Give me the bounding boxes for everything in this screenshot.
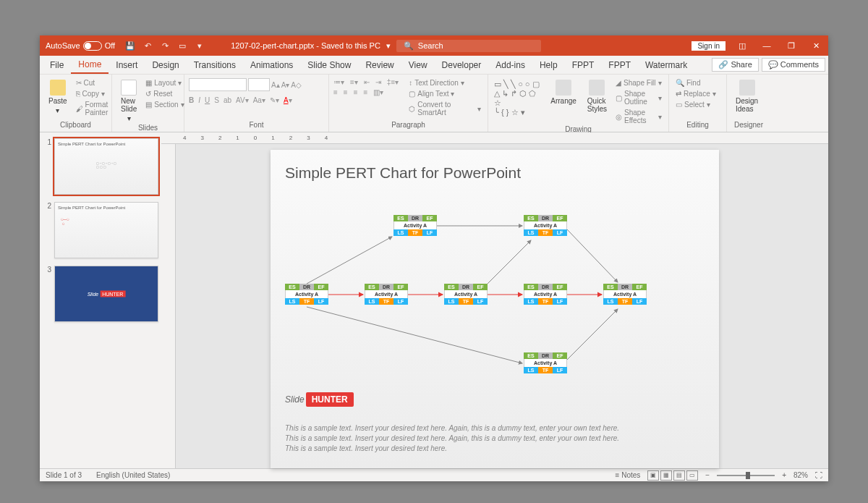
normal-view-icon[interactable]: ▣ [647,470,659,481]
filename-dropdown-icon[interactable]: ▾ [386,41,391,51]
pert-node[interactable]: ESDREFActivity ALSTFLF [603,284,647,305]
columns-button[interactable]: ▥▾ [373,88,383,96]
spacing-button[interactable]: AV▾ [236,96,249,104]
undo-icon[interactable]: ↶ [142,41,153,51]
shape-outline-button[interactable]: ▢ Shape Outline ▾ [613,89,664,106]
pert-node[interactable]: ESDREFActivity ALSTFLF [444,284,488,305]
bold-button[interactable]: B [189,96,194,104]
italic-button[interactable]: I [198,96,200,104]
pert-node[interactable]: ESDREFActivity ALSTFLF [524,352,567,373]
cut-button[interactable]: ✂ Cut [74,78,111,88]
sample-text[interactable]: This is a sample text. Insert your desir… [285,423,705,454]
tab-watermark[interactable]: Watermark [638,57,694,73]
text-direction-button[interactable]: ↕ Text Direction ▾ [407,78,483,88]
signin-button[interactable]: Sign in [692,41,726,51]
indent-dec-button[interactable]: ⇤ [364,78,370,86]
align-center-button[interactable]: ≡ [344,88,348,96]
thumbnail-2[interactable]: 2 Simple PERT Chart for PowerPoint ○─○ ○ [43,202,158,258]
tab-animations[interactable]: Animations [243,57,300,73]
minimize-icon[interactable]: — [754,35,779,56]
tab-slideshow[interactable]: Slide Show [300,57,358,73]
tab-view[interactable]: View [401,57,435,73]
copy-button[interactable]: ⎘ Copy ▾ [74,89,111,98]
grow-font-icon[interactable]: A▴ [271,81,280,89]
tab-file[interactable]: File [43,57,71,73]
tab-fppt[interactable]: FPPT [565,57,602,73]
strike-button[interactable]: S [214,96,219,104]
close-icon[interactable]: ✕ [804,35,828,56]
slide-canvas[interactable]: Simple PERT Chart for PowerPoint ESDREF … [271,150,719,468]
tab-insert[interactable]: Insert [109,57,145,73]
save-icon[interactable]: 💾 [125,41,135,51]
zoom-in-button[interactable]: + [782,471,786,479]
present-icon[interactable]: ▭ [177,41,187,51]
sorter-view-icon[interactable]: ▦ [660,470,672,481]
redo-icon[interactable]: ↷ [160,41,170,51]
underline-button[interactable]: U [205,96,210,104]
linespacing-button[interactable]: ‡≡▾ [387,78,399,86]
tab-transitions[interactable]: Transitions [187,57,243,73]
select-button[interactable]: ▭ Select ▾ [673,100,718,109]
quick-styles-button[interactable]: Quick Styles [583,78,611,114]
slideshow-view-icon[interactable]: ▭ [686,470,698,481]
tab-design[interactable]: Design [145,57,186,73]
zoom-out-button[interactable]: − [705,471,710,479]
zoom-slider[interactable] [717,475,775,476]
bullets-button[interactable]: ≔▾ [333,78,344,86]
font-size-input[interactable] [248,78,270,91]
comments-button[interactable]: 💬 Comments [762,58,825,72]
section-button[interactable]: ▤ Section ▾ [143,100,186,109]
thumbnail-3[interactable]: 3 Slide HUNTER [43,266,158,322]
thumbnail-pane[interactable]: 1 Simple PERT Chart for PowerPoint ▢→▢→▢… [40,132,161,468]
indent-inc-button[interactable]: ⇥ [375,78,381,86]
search-box[interactable]: 🔍 Search [396,40,541,52]
tab-home[interactable]: Home [71,56,109,74]
ribbon-display-icon[interactable]: ◫ [730,35,754,56]
pert-node[interactable]: ESDREF Activity A LSTFLF [524,215,567,236]
pert-node[interactable]: ESDREF Activity A LSTFLF [393,215,437,236]
new-slide-button[interactable]: New Slide▾ [116,78,141,124]
shape-fill-button[interactable]: ◢ Shape Fill ▾ [613,78,664,88]
language[interactable]: English (United States) [96,471,170,479]
pert-node[interactable]: ESDREFActivity ALSTFLF [285,284,328,305]
reset-button[interactable]: ↺ Reset [143,89,186,98]
font-color-button[interactable]: A▾ [284,96,292,104]
clear-format-icon[interactable]: A◇ [291,81,302,89]
tab-developer[interactable]: Developer [435,57,489,73]
highlight-button[interactable]: ✎▾ [270,96,279,104]
find-button[interactable]: 🔍 Find [673,78,718,88]
thumbnail-1[interactable]: 1 Simple PERT Chart for PowerPoint ▢→▢→▢… [43,138,158,195]
tab-review[interactable]: Review [358,57,401,73]
align-left-button[interactable]: ≡ [333,88,338,96]
justify-button[interactable]: ≡ [364,88,368,96]
shape-effects-button[interactable]: ◎ Shape Effects ▾ [613,108,664,125]
align-text-button[interactable]: ▢ Align Text ▾ [407,89,483,98]
numbering-button[interactable]: ≡▾ [350,78,358,86]
share-button[interactable]: 🔗 Share [712,58,758,72]
zoom-value[interactable]: 82% [793,471,808,479]
design-ideas-button[interactable]: Design Ideas [731,78,762,114]
pert-diagram[interactable]: ESDREF Activity A LSTFLF ESDREF Activity… [285,215,705,381]
case-button[interactable]: Aa▾ [253,96,265,104]
tab-fppt2[interactable]: FPPT [601,57,638,73]
pert-node[interactable]: ESDREFActivity ALSTFLF [524,284,567,305]
autosave-toggle[interactable]: AutoSave Off [40,41,121,51]
arrange-button[interactable]: Arrange [546,78,581,106]
slide-count[interactable]: Slide 1 of 3 [46,471,82,479]
slide-title[interactable]: Simple PERT Chart for PowerPoint [285,164,521,182]
reading-view-icon[interactable]: ▤ [673,470,685,481]
replace-button[interactable]: ⇄ Replace ▾ [673,89,718,98]
align-right-button[interactable]: ≡ [354,88,358,96]
pert-node[interactable]: ESDREFActivity ALSTFLF [365,284,408,305]
tab-addins[interactable]: Add-ins [488,57,532,73]
format-painter-button[interactable]: 🖌 Format Painter [74,100,111,117]
layout-button[interactable]: ▦ Layout ▾ [143,78,186,88]
notes-button[interactable]: ≡ Notes [616,471,641,479]
shapes-gallery[interactable]: ▭ ╲ ╲ ○ ○ ▢△ ↳ ↱ ⬡ ⬠ ☆╰ { } ☆ ▾ [493,78,544,113]
shrink-font-icon[interactable]: A▾ [281,81,290,89]
maximize-icon[interactable]: ❐ [779,35,804,56]
tab-help[interactable]: Help [532,57,565,73]
paste-button[interactable]: Paste▾ [44,78,72,116]
more-icon[interactable]: ▾ [195,41,205,51]
fit-window-icon[interactable]: ⛶ [815,471,822,479]
